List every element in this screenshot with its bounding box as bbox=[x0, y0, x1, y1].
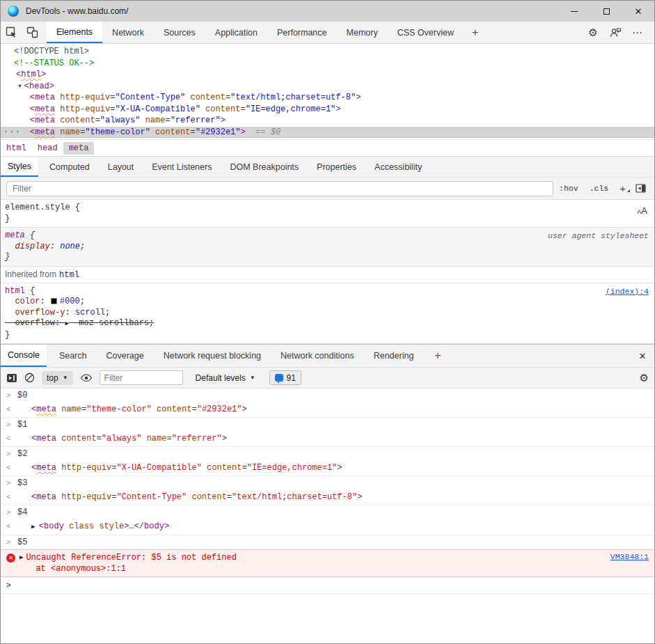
tab-coverage[interactable]: Coverage bbox=[99, 345, 150, 367]
code-token: html bbox=[21, 70, 41, 79]
close-drawer-button[interactable]: ✕ bbox=[631, 345, 654, 367]
code-token: <body bbox=[39, 521, 64, 531]
code-token: http-equiv bbox=[60, 104, 110, 114]
tab-memory[interactable]: Memory bbox=[337, 22, 388, 43]
tab-sources[interactable]: Sources bbox=[154, 22, 205, 43]
tab-search[interactable]: Search bbox=[52, 345, 94, 367]
elements-tree-row[interactable]: <html> bbox=[1, 69, 654, 81]
inherited-element-link[interactable]: html bbox=[59, 270, 79, 280]
code-token: } bbox=[5, 252, 10, 262]
tab-elements[interactable]: Elements bbox=[47, 22, 102, 43]
console-output-row[interactable]: <<meta http-equiv="Content-Type" content… bbox=[1, 490, 654, 505]
feedback-button[interactable] bbox=[604, 27, 626, 38]
toggle-hover-state-button[interactable]: :hov bbox=[553, 184, 584, 193]
code-token: "Content-Type" bbox=[116, 492, 187, 502]
issues-counter-button[interactable]: 91 bbox=[269, 370, 301, 385]
console-filter-input[interactable] bbox=[100, 370, 183, 385]
tab-network-conditions[interactable]: Network conditions bbox=[274, 345, 361, 367]
console-output-row[interactable]: <▶ <body class style>…</body> bbox=[1, 519, 654, 535]
console-input-row[interactable]: >$4 bbox=[1, 505, 654, 519]
overflow-dots[interactable]: ··· bbox=[3, 127, 21, 139]
tab-performance[interactable]: Performance bbox=[267, 22, 337, 43]
new-style-rule-button[interactable]: + bbox=[614, 182, 631, 194]
main-tabbar: Elements Network Sources Application Per… bbox=[1, 22, 654, 44]
font-size-icon[interactable]: AA bbox=[637, 205, 647, 216]
styles-tabbar: Styles Computed Layout Event Listeners D… bbox=[1, 157, 654, 178]
minimize-button[interactable] bbox=[558, 1, 590, 22]
code-token: "always" bbox=[100, 116, 141, 125]
stylesheet-origin-label: user agent stylesheet bbox=[548, 231, 649, 240]
elements-tree-row[interactable]: <!DOCTYPE html> bbox=[1, 46, 654, 58]
tab-rendering[interactable]: Rendering bbox=[367, 345, 421, 367]
code-token: > bbox=[241, 127, 246, 137]
device-toolbar-button[interactable] bbox=[22, 22, 42, 43]
dock-panel-icon bbox=[636, 184, 646, 193]
elements-tree-row[interactable]: <meta content="always" name="referrer"> bbox=[1, 115, 654, 127]
toggle-class-button[interactable]: .cls bbox=[584, 184, 615, 193]
color-swatch[interactable] bbox=[51, 298, 57, 304]
tab-event-listeners[interactable]: Event Listeners bbox=[145, 157, 219, 177]
code-token: scroll bbox=[75, 308, 105, 317]
console-output-row[interactable]: <<meta name="theme-color" content="#2932… bbox=[1, 402, 654, 418]
close-button[interactable]: ✕ bbox=[622, 1, 654, 22]
console-input-row[interactable]: >$1 bbox=[1, 418, 654, 432]
error-source-link[interactable]: VM3848:1 bbox=[610, 552, 649, 561]
code-token: content bbox=[207, 463, 242, 473]
console-sidebar-toggle-button[interactable] bbox=[6, 373, 17, 383]
code-token: content bbox=[155, 127, 190, 137]
tab-layout[interactable]: Layout bbox=[101, 157, 141, 177]
console-prompt[interactable]: > bbox=[1, 577, 654, 594]
console-input-row[interactable]: >$0 bbox=[1, 388, 654, 402]
tab-computed[interactable]: Computed bbox=[42, 157, 97, 177]
computed-sidebar-toggle-button[interactable] bbox=[636, 184, 646, 193]
code-token: name bbox=[61, 405, 81, 414]
console-output-row[interactable]: <<meta content="always" name="referrer"> bbox=[1, 432, 654, 447]
tab-network-request-blocking[interactable]: Network request blocking bbox=[157, 345, 268, 367]
tab-css-overview[interactable]: CSS Overview bbox=[388, 22, 464, 43]
console-settings-button[interactable]: ⚙ bbox=[640, 372, 649, 384]
stylesheet-source-link[interactable]: (index):4 bbox=[606, 287, 649, 296]
tabbar-right-icons: ⚙ ⋯ bbox=[582, 22, 654, 43]
elements-tree-row[interactable]: ▼<head> bbox=[1, 81, 654, 93]
elements-tree-row[interactable]: ···<meta name="theme-color" content="#29… bbox=[1, 127, 654, 139]
styles-filter-input[interactable] bbox=[6, 181, 553, 196]
settings-button[interactable]: ⚙ bbox=[582, 26, 604, 39]
maximize-button[interactable] bbox=[590, 1, 622, 22]
console-input-row[interactable]: >$2 bbox=[1, 447, 654, 461]
clear-console-button[interactable] bbox=[24, 372, 35, 383]
code-token bbox=[141, 434, 146, 443]
console-input-row[interactable]: >$5 bbox=[1, 535, 654, 549]
inspect-element-button[interactable] bbox=[1, 22, 22, 43]
breadcrumb-html[interactable]: html bbox=[1, 142, 32, 155]
log-levels-label: Default levels bbox=[196, 373, 246, 383]
tab-console[interactable]: Console bbox=[1, 345, 47, 367]
tab-network[interactable]: Network bbox=[102, 22, 154, 43]
console-input-row[interactable]: >$3 bbox=[1, 476, 654, 490]
more-drawer-tabs-button[interactable]: + bbox=[426, 345, 449, 367]
code-token: = bbox=[191, 405, 196, 414]
tab-properties[interactable]: Properties bbox=[310, 157, 363, 177]
tab-dom-breakpoints[interactable]: DOM Breakpoints bbox=[223, 157, 306, 177]
live-expression-button[interactable] bbox=[80, 373, 93, 382]
elements-tree-row[interactable]: <meta http-equiv="X-UA-Compatible" conte… bbox=[1, 104, 654, 116]
expand-arrow-icon[interactable]: ▼ bbox=[18, 83, 22, 89]
tab-accessibility[interactable]: Accessibility bbox=[368, 157, 429, 177]
javascript-context-select[interactable]: top ▼ bbox=[42, 371, 73, 385]
tab-application[interactable]: Application bbox=[205, 22, 267, 43]
breadcrumb-head[interactable]: head bbox=[32, 142, 63, 155]
expand-stack-icon[interactable]: ▶ bbox=[19, 553, 23, 561]
log-levels-select[interactable]: Default levels ▼ bbox=[196, 373, 255, 383]
console-sidebar-icon bbox=[6, 373, 17, 383]
code-token: > bbox=[337, 463, 342, 473]
console-error-row[interactable]: ✕▶Uncaught ReferenceError: $5 is not def… bbox=[1, 549, 654, 577]
code-token: "text/html;charset=utf-8" bbox=[232, 492, 357, 502]
elements-tree-row[interactable]: <meta http-equiv="Content-Type" content=… bbox=[1, 92, 654, 104]
code-token: $1 bbox=[17, 420, 27, 430]
elements-tree-row[interactable]: <!--STATUS OK--> bbox=[1, 58, 654, 70]
more-options-button[interactable]: ⋯ bbox=[626, 26, 649, 39]
more-tabs-button[interactable]: + bbox=[464, 22, 487, 43]
console-output-row[interactable]: <<meta http-equiv="X-UA-Compatible" cont… bbox=[1, 461, 654, 476]
breadcrumb-meta[interactable]: meta bbox=[63, 142, 95, 155]
tab-styles[interactable]: Styles bbox=[1, 157, 38, 177]
gear-icon: ⚙ bbox=[640, 372, 649, 384]
